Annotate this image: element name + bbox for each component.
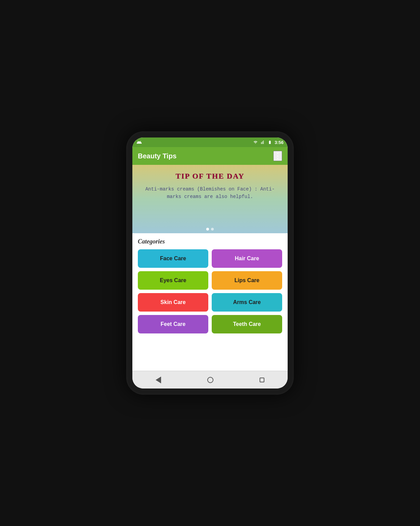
dot-2 — [211, 228, 214, 231]
back-button[interactable] — [153, 374, 164, 386]
categories-section: Categories Face CareHair CareEyes CareLi… — [132, 233, 288, 371]
battery-icon — [266, 140, 273, 144]
category-btn-lips-care[interactable]: Lips Care — [212, 271, 282, 290]
android-icon — [136, 140, 142, 145]
recent-button[interactable] — [257, 375, 267, 385]
status-right: 3:56 — [253, 140, 284, 145]
signal-icon — [260, 140, 265, 144]
back-icon — [156, 377, 161, 383]
nav-bar — [132, 371, 288, 389]
category-btn-arms-care[interactable]: Arms Care — [212, 293, 282, 312]
category-btn-hair-care[interactable]: Hair Care — [212, 249, 282, 268]
home-button[interactable] — [205, 374, 216, 386]
tip-text: Anti-marks creams (Blemishes on Face) : … — [141, 185, 279, 201]
status-time: 3:56 — [275, 140, 284, 145]
app-bar: Beauty Tips ⋮ — [132, 147, 288, 165]
device-frame: 3:56 Beauty Tips ⋮ TIP OF THE DAY Anti-m… — [126, 131, 294, 395]
more-menu-button[interactable]: ⋮ — [273, 151, 282, 161]
banner-dots — [206, 228, 214, 231]
app-title: Beauty Tips — [138, 152, 176, 160]
category-btn-eyes-care[interactable]: Eyes Care — [138, 271, 208, 290]
screen: 3:56 Beauty Tips ⋮ TIP OF THE DAY Anti-m… — [132, 137, 288, 389]
category-btn-feet-care[interactable]: Feet Care — [138, 315, 208, 333]
recent-icon — [260, 378, 264, 382]
status-left — [136, 140, 142, 145]
categories-title: Categories — [138, 238, 282, 245]
home-icon — [207, 377, 213, 383]
category-btn-face-care[interactable]: Face Care — [138, 249, 208, 268]
tip-title: TIP OF THE DAY — [175, 172, 244, 181]
status-bar: 3:56 — [132, 137, 288, 147]
dot-1 — [206, 228, 209, 231]
category-btn-teeth-care[interactable]: Teeth Care — [212, 315, 282, 333]
category-btn-skin-care[interactable]: Skin Care — [138, 293, 208, 312]
categories-grid: Face CareHair CareEyes CareLips CareSkin… — [138, 249, 282, 333]
tip-banner: TIP OF THE DAY Anti-marks creams (Blemis… — [132, 165, 288, 233]
wifi-icon — [253, 140, 258, 144]
